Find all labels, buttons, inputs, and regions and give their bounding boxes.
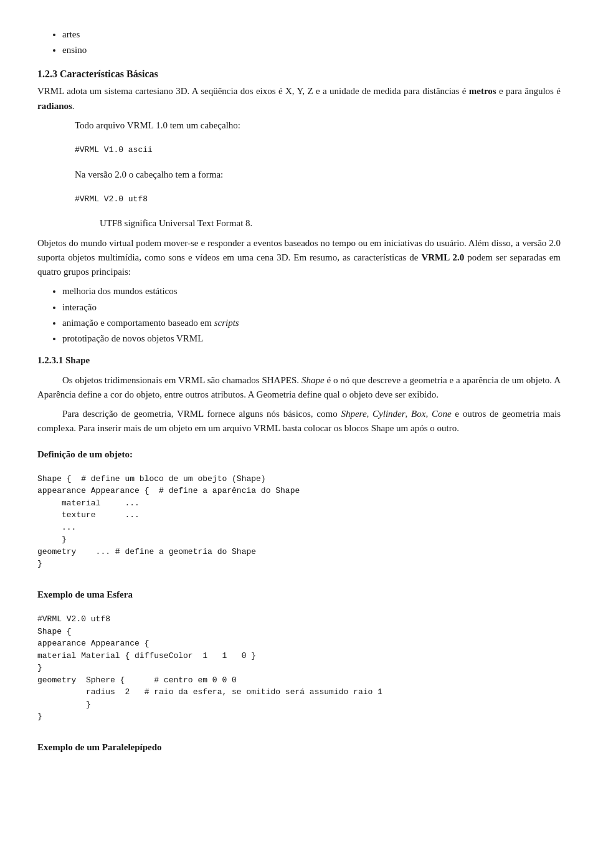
shape-para1: Os objetos tridimensionais em VRML são c…: [37, 373, 561, 403]
def-label: Definição de um objeto:: [37, 447, 561, 462]
shape-para2-mid3: ,: [425, 409, 432, 419]
list-item: ensino: [62, 43, 561, 57]
para4-bold: VRML 2.0: [421, 252, 464, 262]
list-item: melhoria dos mundos estáticos: [62, 284, 561, 298]
shape-para2-mid2: ,: [406, 409, 412, 419]
scripts-italic: scripts: [214, 318, 239, 328]
code-block-1: #VRML V1.0 ascii: [75, 139, 561, 161]
section-heading-text: 1.2.3 Características Básicas: [37, 69, 158, 79]
cylinder-italic: Cylinder: [373, 409, 406, 419]
shape-para2: Para descrição de geometria, VRML fornec…: [37, 407, 561, 436]
subsection-title: Shape: [65, 355, 90, 365]
exemplo-esfera-label: Exemplo de uma Esfera: [37, 588, 561, 602]
box-italic: Box: [411, 409, 425, 419]
section-1-2-3-para3: Na versão 2.0 o cabeçalho tem a forma:: [75, 168, 561, 182]
section-1-2-3-para2: Todo arquivo VRML 1.0 tem um cabeçalho:: [75, 118, 561, 133]
shape-para2-text: Para descrição de geometria, VRML fornec…: [62, 409, 341, 419]
para1-mid: e para ângulos é: [496, 86, 561, 96]
shape-italic: Shape: [301, 375, 325, 385]
shape-para1-text: Os objetos tridimensionais em VRML são c…: [62, 375, 301, 385]
shape-para2-mid1: ,: [367, 409, 373, 419]
section-1-2-3-utf8: UTF8 significa Universal Text Format 8.: [100, 216, 561, 231]
para1-bold1: metros: [469, 86, 496, 96]
code-block-2: #VRML V2.0 utf8: [75, 188, 561, 211]
section-1-2-3-1-heading: 1.2.3.1 Shape: [37, 353, 561, 368]
exemplo-paralelepipedo-label: Exemplo de um Paralelepípedo: [37, 740, 561, 755]
para1-text: VRML adota um sistema cartesiano 3D. A s…: [37, 86, 469, 96]
code-block-esfera: #VRML V2.0 utf8 Shape { appearance Appea…: [37, 608, 561, 728]
para1-bold2: radianos: [37, 101, 72, 111]
section-1-2-3-para1: VRML adota um sistema cartesiano 3D. A s…: [37, 84, 561, 113]
cone-italic: Cone: [432, 409, 452, 419]
shpere-italic: Shpere: [341, 409, 366, 419]
list-item: interação: [62, 300, 561, 315]
main-bullet-list: melhoria dos mundos estáticos interação …: [62, 284, 561, 346]
section-1-2-3-heading: 1.2.3 Características Básicas: [37, 67, 561, 82]
list-item: animação e comportamento baseado em scri…: [62, 316, 561, 330]
section-1-2-3-para4: Objetos do mundo virtual podem mover-se …: [37, 236, 561, 280]
para1-end: .: [72, 101, 75, 111]
subsection-num: 1.2.3.1: [37, 355, 63, 365]
top-bullet-list: artes ensino: [62, 27, 561, 58]
list-item: artes: [62, 27, 561, 42]
list-item: prototipação de novos objetos VRML: [62, 331, 561, 346]
code-block-def: Shape { # define um bloco de um obejto (…: [37, 468, 561, 575]
